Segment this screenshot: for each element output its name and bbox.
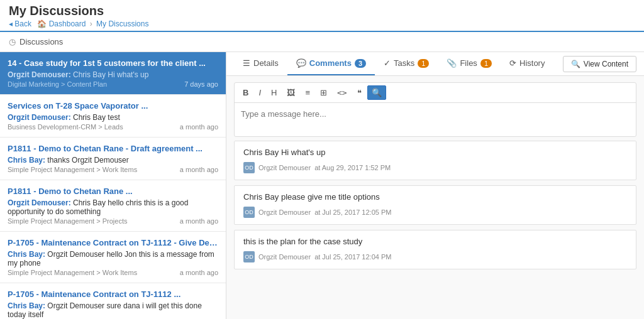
message-timestamp: at Jul 25, 2017 12:04 PM xyxy=(314,253,391,261)
tabs-list: ☰ Details💬 Comments 3✓ Tasks 1📎 Files 1⟳… xyxy=(234,52,553,75)
messages-area: Chris Bay Hi what's up OD Orgzit Demouse… xyxy=(226,141,644,319)
comment-icon: 💬 xyxy=(296,58,306,68)
tasks-icon: ✓ xyxy=(384,58,391,68)
avatar: OD xyxy=(243,162,255,173)
quote-btn[interactable]: ❝ xyxy=(353,85,366,100)
message-input[interactable] xyxy=(235,103,636,134)
discussion-author: Orgzit Demouser: Chris Bay Hi what's up xyxy=(8,70,218,79)
discussion-title: P-1705 - Maintenance Contract on TJ-1112… xyxy=(8,289,218,299)
discussion-item[interactable]: P1811 - Demo to Chetan Rane - Draft agre… xyxy=(0,138,226,180)
heading-btn[interactable]: H xyxy=(267,85,281,100)
avatar: OD xyxy=(243,207,255,218)
italic-btn[interactable]: I xyxy=(254,85,265,100)
tab-tasks[interactable]: ✓ Tasks 1 xyxy=(375,52,438,75)
breadcrumb-arrow: › xyxy=(90,19,94,28)
message-text: this is the plan for the case study xyxy=(243,237,627,246)
image-btn[interactable]: 🖼 xyxy=(282,85,299,100)
files-icon: 📎 xyxy=(447,58,457,68)
discussion-footer: Business Development-CRM > Leads a month… xyxy=(8,123,218,131)
discussion-footer: Simple Project Management > Work Items a… xyxy=(8,166,218,173)
message-timestamp: at Jul 25, 2017 12:05 PM xyxy=(314,208,391,216)
discussion-item[interactable]: 14 - Case study for 1st 5 customers for … xyxy=(0,52,226,95)
message-author: Orgzit Demouser xyxy=(258,208,311,216)
comments-badge: 3 xyxy=(355,59,366,68)
discussion-author: Orgzit Demouser: Chris Bay test xyxy=(8,113,218,122)
discussion-time: a month ago xyxy=(180,217,218,225)
discussion-footer: Simple Project Management > Work Items a… xyxy=(8,269,218,276)
discussion-time: a month ago xyxy=(180,269,218,276)
editor-area: BIH🖼≡⊞<>❝🔍 xyxy=(234,82,636,137)
tab-files[interactable]: 📎 Files 1 xyxy=(438,52,501,75)
right-panel: ☰ Details💬 Comments 3✓ Tasks 1📎 Files 1⟳… xyxy=(226,52,644,319)
avatar: OD xyxy=(243,251,255,262)
message-meta: OD Orgzit Demouser at Jul 25, 2017 12:05… xyxy=(243,207,627,218)
discussion-path: Simple Project Management > Work Items xyxy=(8,269,137,276)
breadcrumb-dashboard-icon[interactable]: 🏠 xyxy=(37,19,47,28)
discussion-author: Chris Bay: thanks Orgzit Demouser xyxy=(8,156,218,165)
tab-history[interactable]: ⟳ History xyxy=(501,52,553,75)
tasks-badge: 1 xyxy=(418,59,429,68)
editor-toolbar: BIH🖼≡⊞<>❝🔍 xyxy=(235,83,636,103)
discussion-author: Orgzit Demouser: Chris Bay hello chris t… xyxy=(8,198,218,216)
message-text: Chris Bay please give me title options xyxy=(243,192,627,202)
top-bar: My Discussions ◂ Back 🏠 Dashboard › My D… xyxy=(0,0,644,32)
view-content-button[interactable]: 🔍 View Content xyxy=(563,56,636,72)
code-btn[interactable]: <> xyxy=(333,85,352,100)
search-toolbar-btn[interactable]: 🔍 xyxy=(367,85,386,100)
tabs-bar: ☰ Details💬 Comments 3✓ Tasks 1📎 Files 1⟳… xyxy=(226,52,644,76)
discussion-title: 14 - Case study for 1st 5 customers for … xyxy=(8,58,218,68)
discussion-item[interactable]: Services on T-28 Space Vaporator ... Org… xyxy=(0,95,226,138)
table-btn[interactable]: ⊞ xyxy=(316,85,331,100)
message-meta: OD Orgzit Demouser at Jul 25, 2017 12:04… xyxy=(243,251,627,262)
discussion-footer: Digital Marketing > Content Plan 7 days … xyxy=(8,80,218,88)
bold-btn[interactable]: B xyxy=(238,85,253,100)
discussion-path: Business Development-CRM > Leads xyxy=(8,123,123,131)
message-block: this is the plan for the case study OD O… xyxy=(234,230,636,269)
discussion-path: Simple Project Management > Projects xyxy=(8,217,127,225)
message-block: Chris Bay Hi what's up OD Orgzit Demouse… xyxy=(234,141,636,180)
breadcrumb-current[interactable]: My Discussions xyxy=(96,19,148,28)
section-header: ◷ Discussions xyxy=(0,32,644,52)
discussion-author: Chris Bay: Orgzit Demouser hello Jon thi… xyxy=(8,250,218,268)
breadcrumb-back[interactable]: ◂ Back xyxy=(9,19,31,28)
tab-details[interactable]: ☰ Details xyxy=(234,52,287,75)
discussion-time: a month ago xyxy=(180,123,218,131)
section-label: Discussions xyxy=(19,37,63,46)
message-block: Chris Bay please give me title options O… xyxy=(234,185,636,225)
discussion-title: P1811 - Demo to Chetan Rane - Draft agre… xyxy=(8,144,218,153)
files-badge: 1 xyxy=(480,59,492,68)
discussion-path: Digital Marketing > Content Plan xyxy=(8,80,107,88)
page-title: My Discussions xyxy=(9,4,635,18)
discussion-time: 7 days ago xyxy=(184,80,218,88)
discussion-path: Simple Project Management > Work Items xyxy=(8,166,137,173)
discussion-footer: Simple Project Management > Projects a m… xyxy=(8,217,218,225)
message-meta: OD Orgzit Demouser at Aug 29, 2017 1:52 … xyxy=(243,162,627,173)
breadcrumb: ◂ Back 🏠 Dashboard › My Discussions xyxy=(9,19,635,28)
discussion-title: P-1705 - Maintenance Contract on TJ-1112… xyxy=(8,238,218,247)
tab-comments[interactable]: 💬 Comments 3 xyxy=(287,52,375,75)
main-layout: 14 - Case study for 1st 5 customers for … xyxy=(0,52,644,319)
discussion-item[interactable]: P-1705 - Maintenance Contract on TJ-1112… xyxy=(0,232,226,283)
list-btn[interactable]: ≡ xyxy=(301,85,314,100)
message-author: Orgzit Demouser xyxy=(258,164,311,171)
message-text: Chris Bay Hi what's up xyxy=(243,148,627,157)
discussion-item[interactable]: P-1705 - Maintenance Contract on TJ-1112… xyxy=(0,283,226,319)
discussions-icon: ◷ xyxy=(9,37,16,46)
message-timestamp: at Aug 29, 2017 1:52 PM xyxy=(314,164,391,171)
discussion-item[interactable]: P1811 - Demo to Chetan Rane ... Orgzit D… xyxy=(0,180,226,232)
discussion-author: Chris Bay: Orgzit Demouser sure dana i w… xyxy=(8,301,218,319)
left-panel: 14 - Case study for 1st 5 customers for … xyxy=(0,52,226,319)
discussion-title: P1811 - Demo to Chetan Rane ... xyxy=(8,187,218,196)
breadcrumb-dashboard[interactable]: Dashboard xyxy=(49,19,86,28)
history-icon: ⟳ xyxy=(509,58,516,68)
message-author: Orgzit Demouser xyxy=(258,253,311,261)
discussion-title: Services on T-28 Space Vaporator ... xyxy=(8,101,218,111)
search-icon: 🔍 xyxy=(571,60,580,68)
list-icon: ☰ xyxy=(243,58,250,68)
discussion-time: a month ago xyxy=(180,166,218,173)
